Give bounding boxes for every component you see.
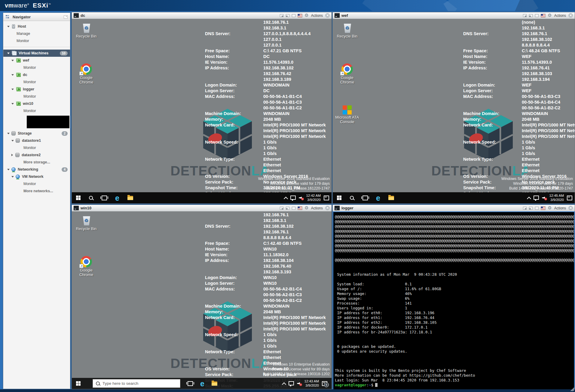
expand-arrow-icon[interactable] xyxy=(11,89,14,90)
gear-icon[interactable]: ⚙ xyxy=(548,206,552,210)
popout-window-icon[interactable] xyxy=(529,207,533,210)
actions-menu[interactable]: Actions xyxy=(311,14,323,18)
gear-icon[interactable]: ⚙ xyxy=(548,13,552,18)
maximize-window-icon[interactable] xyxy=(535,207,539,210)
window-titlebar-win10[interactable]: win10 ⚙ Actions ✕ xyxy=(72,205,332,211)
expand-arrow-icon[interactable] xyxy=(7,133,10,134)
sidebar-item-more-storage-[interactable]: More storage... xyxy=(3,159,70,166)
sidebar-item-monitor[interactable]: Monitor xyxy=(3,78,70,86)
search-input[interactable]: Type here to search xyxy=(93,379,180,388)
sidebar-item-wef[interactable]: wef xyxy=(3,57,70,64)
sidebar-item-vm-network[interactable]: VM Network xyxy=(3,173,70,180)
close-icon[interactable]: ✕ xyxy=(568,206,573,210)
sidebar-item-networking[interactable]: Networking4 xyxy=(3,166,70,173)
expand-arrow-icon[interactable] xyxy=(11,103,14,105)
sidebar-item-host[interactable]: Host xyxy=(3,23,70,30)
sidebar-item-datastore2[interactable]: datastore2 xyxy=(3,151,70,159)
popout-window-icon[interactable] xyxy=(286,14,289,17)
actions-menu[interactable]: Actions xyxy=(554,14,566,18)
keyboard-layout-flag-icon[interactable] xyxy=(541,207,545,210)
popout-window-icon[interactable] xyxy=(286,207,289,210)
restore-window-icon[interactable] xyxy=(523,14,527,17)
expand-arrow-icon[interactable] xyxy=(7,26,10,27)
task-view-icon[interactable] xyxy=(362,196,368,200)
close-icon[interactable]: ✕ xyxy=(325,13,330,18)
expand-arrow-icon[interactable] xyxy=(7,169,10,170)
internet-explorer-icon[interactable]: e xyxy=(115,193,119,202)
maximize-window-icon[interactable] xyxy=(292,207,295,210)
taskbar-clock[interactable]: 12:45 AM 3/9/2020 xyxy=(549,194,564,202)
tray-chevron-icon[interactable] xyxy=(527,196,531,201)
search-icon[interactable] xyxy=(350,196,354,200)
expand-arrow-icon[interactable] xyxy=(11,74,14,76)
file-explorer-icon[interactable] xyxy=(388,196,394,200)
taskbar-clock[interactable]: 12:43 AM 3/9/2020 xyxy=(304,379,319,387)
sidebar-item-monitor[interactable]: Monitor xyxy=(3,144,70,151)
expand-arrow-icon[interactable] xyxy=(7,53,10,54)
sidebar-item-datastore1[interactable]: datastore1 xyxy=(3,137,70,144)
task-view-icon[interactable] xyxy=(102,196,107,200)
start-button[interactable] xyxy=(76,381,81,386)
sidebar-item-logger[interactable]: logger xyxy=(3,86,70,93)
vm-console-dc[interactable]: DETECTIONLAB Recycle BinGoogle Chrome 19… xyxy=(72,19,332,203)
tray-chevron-icon[interactable] xyxy=(282,382,286,386)
expand-arrow-icon[interactable] xyxy=(11,140,14,141)
sidebar-item-monitor[interactable]: Monitor xyxy=(3,37,70,44)
network-tray-icon[interactable] xyxy=(289,381,294,385)
vm-console-win10[interactable]: DETECTIONLAB Recycle BinGoogle Chrome 19… xyxy=(72,211,332,389)
close-icon[interactable]: ✕ xyxy=(325,206,330,210)
file-explorer-icon[interactable] xyxy=(127,196,133,200)
sidebar-item-virtual-machines[interactable]: Virtual Machines10 xyxy=(3,50,70,57)
sidebar-item-dc[interactable]: dc xyxy=(3,71,70,78)
action-center-icon[interactable] xyxy=(567,196,572,200)
popout-icon[interactable] xyxy=(64,15,68,19)
network-tray-icon[interactable] xyxy=(290,196,296,200)
window-titlebar-logger[interactable]: logger ⚙ Actions ✕ xyxy=(333,205,575,211)
edge-icon[interactable]: e xyxy=(200,379,204,388)
tray-chevron-icon[interactable] xyxy=(284,196,288,201)
internet-explorer-icon[interactable]: e xyxy=(376,193,380,202)
gear-icon[interactable]: ⚙ xyxy=(304,206,308,210)
vm-console-logger[interactable]: @@@@@@@@@@@@@@@@@@@@@@@@@@@@@@@@@@@@@@@@… xyxy=(333,211,575,392)
task-view-icon[interactable] xyxy=(188,381,193,386)
volume-muted-icon[interactable] xyxy=(297,382,301,385)
volume-muted-icon[interactable] xyxy=(299,196,303,200)
sidebar-item-manage[interactable]: Manage xyxy=(3,30,70,37)
sidebar-item-monitor[interactable]: Monitor xyxy=(3,180,70,187)
taskbar-clock[interactable]: 12:42 AM 3/9/2020 xyxy=(306,194,321,202)
sidebar-item-win10[interactable]: win10 xyxy=(3,100,70,107)
restore-window-icon[interactable] xyxy=(523,207,527,210)
volume-muted-icon[interactable] xyxy=(542,196,546,200)
maximize-window-icon[interactable] xyxy=(535,14,539,17)
sidebar-item-monitor[interactable]: Monitor xyxy=(3,93,70,100)
keyboard-layout-flag-icon[interactable] xyxy=(541,14,545,17)
sidebar-item-more-networks-[interactable]: More networks... xyxy=(3,187,70,195)
restore-window-icon[interactable] xyxy=(280,207,283,210)
popout-window-icon[interactable] xyxy=(529,14,533,17)
gear-icon[interactable]: ⚙ xyxy=(304,13,308,18)
start-button[interactable] xyxy=(337,196,341,200)
file-explorer-icon[interactable] xyxy=(212,381,217,386)
action-center-icon[interactable]: 6 xyxy=(322,381,327,386)
expand-arrow-icon[interactable] xyxy=(11,60,14,61)
sidebar-item-monitor[interactable]: Monitor xyxy=(3,107,70,114)
keyboard-layout-flag-icon[interactable] xyxy=(298,14,302,17)
network-tray-icon[interactable] xyxy=(534,196,539,200)
restore-window-icon[interactable] xyxy=(280,14,283,17)
action-center-icon[interactable] xyxy=(324,196,329,200)
sidebar-item-monitor[interactable]: Monitor xyxy=(3,64,70,71)
actions-menu[interactable]: Actions xyxy=(311,206,323,210)
start-button[interactable] xyxy=(76,196,81,200)
maximize-window-icon[interactable] xyxy=(292,14,295,17)
actions-menu[interactable]: Actions xyxy=(554,206,566,210)
terminal[interactable]: @@@@@@@@@@@@@@@@@@@@@@@@@@@@@@@@@@@@@@@@… xyxy=(333,211,575,392)
sidebar-item-storage[interactable]: Storage2 xyxy=(3,130,70,137)
keyboard-layout-flag-icon[interactable] xyxy=(298,207,302,210)
expand-arrow-icon[interactable] xyxy=(11,176,14,178)
search-icon[interactable] xyxy=(89,196,93,200)
expand-arrow-icon[interactable] xyxy=(11,154,13,156)
vm-console-wef[interactable]: DETECTIONLAB Recycle BinGoogle ChromeMic… xyxy=(333,19,575,203)
window-titlebar-dc[interactable]: dc ⚙ Actions ✕ xyxy=(72,12,332,19)
window-titlebar-wef[interactable]: wef ⚙ Actions ✕ xyxy=(333,12,575,19)
close-icon[interactable]: ✕ xyxy=(568,13,573,18)
